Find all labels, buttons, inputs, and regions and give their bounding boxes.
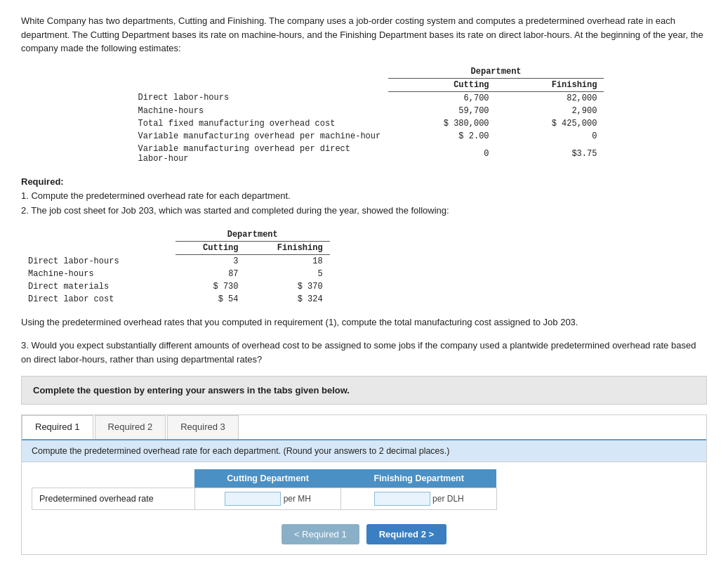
- finishing-val: $ 370: [246, 280, 330, 293]
- required-item-2: 2. The job cost sheet for Job 203, which…: [21, 205, 449, 216]
- finishing-val: 0: [496, 130, 604, 143]
- tab-content: Compute the predetermined overhead rate …: [22, 440, 706, 554]
- estimates-table: Department Cutting Finishing Direct labo…: [124, 65, 604, 165]
- finishing-rate-cell: per DLH: [341, 488, 496, 510]
- cutting-val: $ 2.00: [388, 130, 496, 143]
- cutting-unit-label: per MH: [284, 494, 311, 504]
- problem-intro: White Company has two departments, Cutti…: [21, 14, 707, 366]
- tab-required-2[interactable]: Required 2: [95, 415, 166, 439]
- intro-text: White Company has two departments, Cutti…: [21, 14, 707, 55]
- finishing-val: 82,000: [496, 91, 604, 105]
- estimates-row: Variable manufacturing overhead per mach…: [124, 130, 604, 143]
- finishing-rate-input[interactable]: [374, 492, 430, 506]
- next-button[interactable]: Required 2 >: [366, 524, 446, 544]
- cutting-val: $ 730: [176, 280, 246, 293]
- cutting-val: 87: [176, 268, 246, 280]
- estimates-row: Direct labor-hours 6,700 82,000: [124, 91, 604, 105]
- tab-required-1[interactable]: Required 1: [22, 415, 93, 439]
- cutting-col-header: Cutting: [388, 78, 496, 91]
- row-label: Direct labor-hours: [21, 254, 176, 268]
- cutting-val: $ 380,000: [388, 117, 496, 130]
- answer-section: Cutting Department Finishing Department …: [22, 462, 706, 517]
- item3-text: 3. Would you expect substantially differ…: [21, 339, 707, 366]
- rate-row-label: Predetermined overhead rate: [32, 488, 195, 510]
- predetermined-rate-row: Predetermined overhead rate per MH per D…: [32, 488, 497, 510]
- using-text: Using the predetermined overhead rates t…: [21, 315, 707, 329]
- finishing-unit-label: per DLH: [432, 494, 464, 504]
- finishing-val: 18: [246, 254, 330, 268]
- estimates-row: Machine-hours 59,700 2,900: [124, 105, 604, 117]
- complete-instruction-text: Complete the question by entering your a…: [33, 385, 350, 396]
- finishing-val: $ 425,000: [496, 117, 604, 130]
- cutting-val: 3: [176, 254, 246, 268]
- cutting-rate-cell: per MH: [194, 488, 341, 510]
- tab-required-3[interactable]: Required 3: [167, 415, 239, 439]
- estimates-row: Total fixed manufacturing overhead cost …: [124, 117, 604, 130]
- dept-header: Department: [388, 65, 604, 79]
- job-table: Department Cutting Finishing Direct labo…: [21, 228, 330, 306]
- row-label: Machine-hours: [21, 268, 176, 280]
- prev-button[interactable]: < Required 1: [282, 524, 359, 544]
- tabs-header: Required 1 Required 2 Required 3: [22, 415, 706, 440]
- row-label: Variable manufacturing overhead per mach…: [124, 130, 388, 143]
- job-row: Direct labor cost $ 54 $ 324: [21, 293, 330, 306]
- cutting-val: 6,700: [388, 91, 496, 105]
- required-section: Required: 1. Compute the predetermined o…: [21, 175, 707, 218]
- cutting-val: 59,700: [388, 105, 496, 117]
- nav-buttons: < Required 1 Required 2 >: [22, 517, 706, 554]
- estimates-row: Variable manufacturing overhead per dire…: [124, 143, 604, 165]
- row-label: Total fixed manufacturing overhead cost: [124, 117, 388, 130]
- job-row: Machine-hours 87 5: [21, 268, 330, 280]
- finishing-col-header: Finishing: [496, 78, 604, 91]
- job-dept-header: Department: [176, 228, 330, 242]
- answer-table: Cutting Department Finishing Department …: [32, 469, 497, 510]
- cutting-dept-header: Cutting Department: [194, 469, 341, 488]
- row-label: Variable manufacturing overhead per dire…: [124, 143, 388, 165]
- finishing-val: $3.75: [496, 143, 604, 165]
- job-finishing-header: Finishing: [246, 241, 330, 254]
- job-row: Direct labor-hours 3 18: [21, 254, 330, 268]
- cutting-val: 0: [388, 143, 496, 165]
- tab-instruction: Compute the predetermined overhead rate …: [22, 440, 706, 462]
- tabs-container: Required 1 Required 2 Required 3 Compute…: [21, 414, 707, 555]
- required-item-1: 1. Compute the predetermined overhead ra…: [21, 190, 291, 201]
- finishing-dept-header: Finishing Department: [341, 469, 496, 488]
- complete-instruction-box: Complete the question by entering your a…: [21, 376, 707, 405]
- row-label: Direct materials: [21, 280, 176, 293]
- required-label: Required:: [21, 176, 64, 187]
- row-label: Direct labor cost: [21, 293, 176, 306]
- row-label: Direct labor-hours: [124, 91, 388, 105]
- finishing-val: 2,900: [496, 105, 604, 117]
- finishing-val: 5: [246, 268, 330, 280]
- cutting-rate-input[interactable]: [225, 492, 281, 506]
- cutting-val: $ 54: [176, 293, 246, 306]
- job-cutting-header: Cutting: [176, 241, 246, 254]
- row-label: Machine-hours: [124, 105, 388, 117]
- finishing-val: $ 324: [246, 293, 330, 306]
- job-row: Direct materials $ 730 $ 370: [21, 280, 330, 293]
